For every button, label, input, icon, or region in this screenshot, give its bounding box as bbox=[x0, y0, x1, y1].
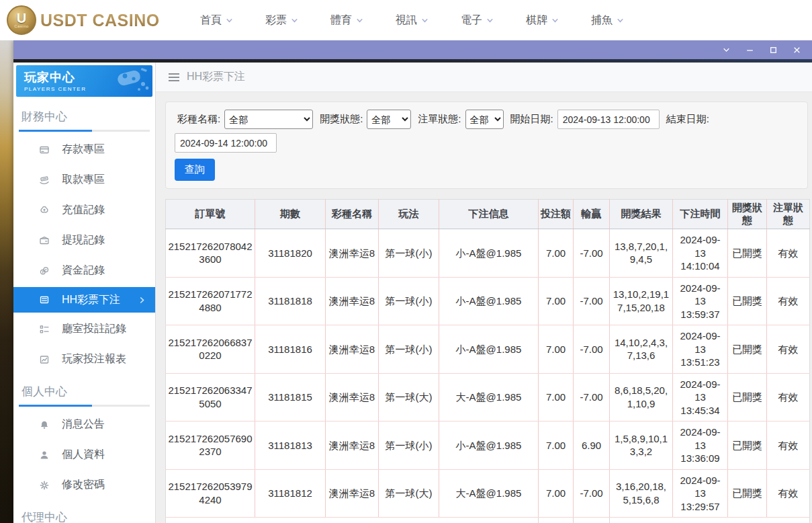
table-cell: -7.00 bbox=[574, 277, 610, 325]
maximize-icon[interactable] bbox=[769, 46, 778, 54]
sidebar-item-label: 玩家投注報表 bbox=[62, 352, 126, 366]
table-cell: 澳洲幸运8 bbox=[326, 469, 379, 518]
hamburger-menu-icon[interactable] bbox=[168, 73, 180, 82]
table-cell: 31181813 bbox=[255, 421, 326, 470]
nav-item-label: 彩票 bbox=[265, 13, 287, 28]
sidebar-item[interactable]: 存款專區 bbox=[13, 134, 155, 165]
table-cell: 已開獎 bbox=[728, 373, 767, 421]
minimize-icon[interactable] bbox=[746, 46, 754, 54]
nav-item-label: 視訊 bbox=[396, 13, 417, 28]
sidebar-item[interactable]: HH彩票下注 bbox=[13, 287, 155, 313]
draw-status-select[interactable]: 全部 bbox=[367, 110, 411, 129]
table-cell: 2024-09-13 13:36:09 bbox=[673, 421, 728, 470]
sidebar-item[interactable]: 消息公告 bbox=[13, 409, 155, 440]
players-center-window: 玩家中心 PLAYERS CENTER 財務中心存款專區取款專區充值記錄提現記錄… bbox=[13, 40, 812, 523]
table-cell: 已開獎 bbox=[728, 277, 767, 325]
search-button[interactable]: 查詢 bbox=[175, 159, 215, 181]
table-cell: 有效 bbox=[767, 469, 810, 518]
sidebar-item-label: 取款專區 bbox=[62, 173, 105, 187]
table-cell: 31181815 bbox=[255, 373, 326, 421]
chevron-down-icon bbox=[226, 17, 233, 24]
nav-item-2[interactable]: 體育 bbox=[330, 13, 363, 28]
sidebar-item[interactable]: 資金記錄 bbox=[13, 255, 155, 286]
table-cell: 已開獎 bbox=[728, 421, 767, 470]
close-icon[interactable] bbox=[793, 46, 801, 54]
table-row: 215217262071772488031181818澳洲幸运8第一球(小)小-… bbox=[166, 277, 810, 325]
nav-item-6[interactable]: 捕魚 bbox=[591, 13, 624, 28]
room-record-icon bbox=[39, 324, 50, 335]
table-cell: 小-A盤@1.985 bbox=[439, 229, 539, 278]
table-row: 215217262057690237031181813澳洲幸运8第一球(小)小-… bbox=[166, 421, 810, 470]
section-underline bbox=[19, 405, 150, 407]
table-cell: 澳洲幸运8 bbox=[326, 373, 379, 421]
sidebar-item-label: 提現記錄 bbox=[62, 233, 105, 247]
sidebar: 玩家中心 PLAYERS CENTER 財務中心存款專區取款專區充值記錄提現記錄… bbox=[13, 63, 156, 523]
section-underline bbox=[19, 130, 150, 132]
filter-panel: 彩種名稱: 全部 開獎狀態: 全部 注單狀態: 全部 開始日期: 結束日期: 查… bbox=[165, 102, 808, 189]
table-cell: 2152172620633475050 bbox=[166, 373, 255, 421]
sidebar-item-label: 資金記錄 bbox=[62, 264, 105, 278]
report-chart-icon bbox=[39, 354, 50, 365]
column-header: 彩種名稱 bbox=[326, 200, 379, 229]
nav-item-1[interactable]: 彩票 bbox=[265, 13, 298, 28]
coins-icon bbox=[39, 266, 50, 276]
deposit-card-icon bbox=[39, 145, 50, 155]
sidebar-item-label: 廳室投註記錄 bbox=[62, 322, 126, 336]
chevron-down-icon bbox=[486, 17, 494, 24]
sidebar-item[interactable]: 取款專區 bbox=[13, 165, 155, 195]
lottery-list-icon bbox=[39, 294, 50, 305]
table-cell: -7.00 bbox=[574, 229, 610, 278]
summary-empty-cell bbox=[610, 518, 810, 523]
nav-item-0[interactable]: 首頁 bbox=[200, 13, 233, 28]
sidebar-item[interactable]: 玩家投注報表 bbox=[13, 344, 155, 374]
table-cell: 7.00 bbox=[539, 373, 574, 421]
chevron-right-icon bbox=[138, 296, 146, 304]
usdt-casino-logo[interactable]: U Casino USDT CASINO bbox=[0, 5, 168, 35]
nav-item-3[interactable]: 視訊 bbox=[396, 13, 428, 28]
sidebar-item[interactable]: 充值記錄 bbox=[13, 195, 155, 225]
table-cell: 已開獎 bbox=[728, 469, 767, 518]
sidebar-item-label: HH彩票下注 bbox=[62, 293, 120, 307]
lottery-name-select[interactable]: 全部 bbox=[224, 110, 313, 129]
table-cell: -7.00 bbox=[574, 469, 610, 518]
collapse-window-icon[interactable] bbox=[722, 46, 731, 54]
table-cell: 7.00 bbox=[539, 325, 574, 374]
nav-item-4[interactable]: 電子 bbox=[461, 13, 494, 28]
sidebar-item[interactable]: 提現記錄 bbox=[13, 225, 155, 255]
nav-item-5[interactable]: 棋牌 bbox=[526, 13, 559, 28]
sidebar-item[interactable]: 個人資料 bbox=[13, 440, 155, 470]
start-date-input[interactable] bbox=[557, 110, 660, 129]
lottery-name-label: 彩種名稱: bbox=[177, 113, 220, 126]
column-header: 訂單號 bbox=[166, 200, 255, 229]
chevron-down-icon bbox=[421, 17, 428, 24]
table-cell: 2024-09-13 13:45:34 bbox=[673, 373, 728, 421]
column-header: 玩法 bbox=[379, 200, 439, 229]
table-cell: 2024-09-13 14:10:04 bbox=[673, 229, 728, 278]
sidebar-item[interactable]: 修改密碼 bbox=[13, 470, 155, 500]
table-cell: 31181816 bbox=[255, 325, 326, 374]
nav-item-label: 電子 bbox=[461, 13, 482, 28]
column-header: 投注額 bbox=[539, 200, 574, 229]
table-cell: 3,16,20,18,5,15,6,8 bbox=[610, 469, 673, 518]
end-date-input[interactable] bbox=[175, 133, 277, 153]
table-cell: 2024-09-13 13:59:37 bbox=[673, 277, 728, 325]
logo-coin-letter: U bbox=[17, 12, 26, 24]
table-cell: 有效 bbox=[767, 325, 810, 374]
chevron-down-icon bbox=[551, 17, 559, 24]
table-cell: 小-A盤@1.985 bbox=[439, 421, 539, 470]
start-date-label: 開始日期: bbox=[510, 113, 553, 126]
order-status-select[interactable]: 全部 bbox=[465, 110, 504, 129]
page-title: HH彩票下注 bbox=[187, 70, 245, 84]
table-cell: 第一球(小) bbox=[379, 325, 439, 374]
table-cell: 澳洲幸运8 bbox=[326, 421, 379, 470]
table-cell: 2024-09-13 13:51:23 bbox=[673, 325, 728, 374]
table-cell: 已開獎 bbox=[728, 229, 767, 278]
sidebar-item[interactable]: 廳室投註記錄 bbox=[13, 314, 155, 344]
table-cell: 有效 bbox=[767, 277, 810, 325]
table-cell: -7.00 bbox=[574, 325, 610, 374]
draw-status-label: 開獎狀態: bbox=[320, 113, 363, 126]
brand-name: USDT CASINO bbox=[40, 11, 160, 30]
table-cell: 2152172620539794240 bbox=[166, 469, 255, 518]
summary-bet-total: 42.00 bbox=[539, 518, 574, 523]
bell-icon bbox=[39, 419, 50, 430]
